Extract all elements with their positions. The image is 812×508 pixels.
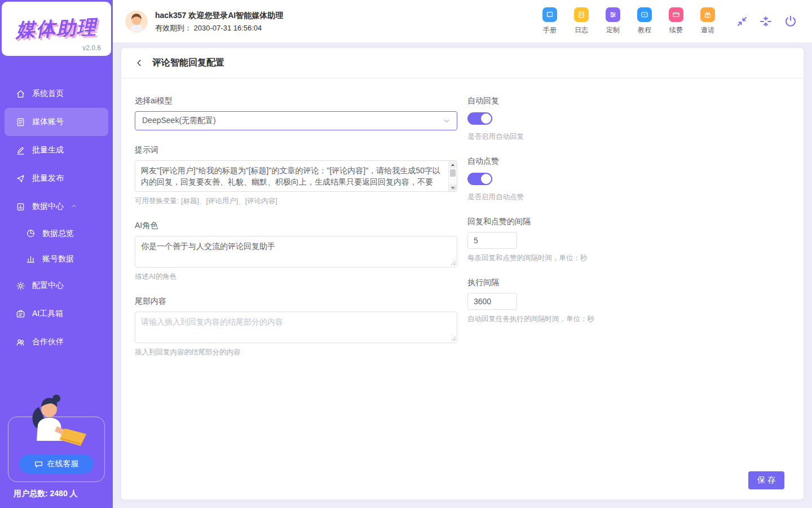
auto-like-help: 是否启用自动点赞 [467,192,710,202]
action-manual[interactable]: 手册 [542,7,557,35]
tail-group: 尾部内容 插入到回复内容的结尾部分的内容 [135,296,457,357]
send-icon [16,174,25,183]
app-logo: 媒体助理 [15,15,98,43]
auto-reply-group: 自动回复 是否启用自动回复 [467,96,710,142]
bar-chart-icon [26,254,36,264]
page-title: 评论智能回复配置 [152,57,224,69]
role-help: 描述AI的角色 [135,272,457,282]
sidebar: 媒体助理 v2.0.6 系统首页 媒体账号 批量生成 批量发布 数据中 [0,0,113,508]
partners-icon [16,338,25,347]
data-center-icon [16,202,25,212]
sidebar-item-label: 合作伙伴 [32,337,64,347]
content-area: 评论智能回复配置 选择ai模型 DeepSeek(无需配置) [113,42,812,508]
action-invite[interactable]: 邀请 [700,7,715,35]
save-button[interactable]: 保 存 [748,471,784,489]
window-controls [736,15,797,28]
play-icon [637,7,652,22]
sidebar-bottom: 在线客服 用户总数: 2480 人 [0,417,113,508]
card-header: 评论智能回复配置 [121,48,804,78]
prompt-textarea[interactable]: 网友"[评论用户]"给我的标题为"[标题]"的文章的评论："[评论内容]"，请给… [135,160,457,192]
ai-model-select[interactable]: DeepSeek(无需配置) [135,111,457,130]
auto-like-label: 自动点赞 [467,156,710,167]
sidebar-item-label: 配置中心 [32,281,64,291]
prompt-help: 可用替换变量: [标题]、[评论用户]、[评论内容] [135,196,457,206]
chevron-down-icon [443,117,450,124]
scroll-up-icon[interactable] [449,161,457,168]
power-icon[interactable] [784,15,797,28]
model-group: 选择ai模型 DeepSeek(无需配置) [135,96,457,130]
sidebar-item-data-overview[interactable]: 数据总览 [0,221,113,246]
prompt-group: 提示词 网友"[评论用户]"给我的标题为"[标题]"的文章的评论："[评论内容]… [135,145,457,206]
exec-interval-label: 执行间隔 [467,278,710,288]
sidebar-item-label: 媒体账号 [32,117,64,127]
sidebar-item-account-data[interactable]: 账号数据 [0,246,113,271]
quick-actions: 手册 日志 定制 教程 续费 [542,7,715,35]
sidebar-menu: 系统首页 媒体账号 批量生成 批量发布 数据中心 [0,80,113,356]
manual-icon [542,7,557,22]
pie-chart-icon [26,229,36,238]
welcome-text: hack357 欢迎您登录AI智能媒体助理 [155,11,283,19]
config-form: 选择ai模型 DeepSeek(无需配置) 提示词 网友"[评论用户]"给我的标… [121,78,804,372]
log-icon [574,7,589,22]
compress-icon[interactable] [736,16,748,27]
config-card: 评论智能回复配置 选择ai模型 DeepSeek(无需配置) [121,48,804,500]
sidebar-item-config-center[interactable]: 配置中心 [0,271,113,300]
interval-label: 回复和点赞的间隔 [467,217,710,227]
tail-help: 插入到回复内容的结尾部分的内容 [135,348,457,357]
exec-interval-input[interactable] [467,293,517,310]
chat-icon [34,460,43,468]
toolbox-icon [16,309,25,319]
sidebar-item-label: 数据总览 [42,229,74,239]
sidebar-item-media-accounts[interactable]: 媒体账号 [5,108,108,136]
interval-group: 回复和点赞的间隔 每条回复和点赞的间隔时间，单位：秒 [467,217,710,263]
action-tutorial[interactable]: 教程 [637,7,652,35]
sidebar-item-label: 账号数据 [42,254,74,264]
auto-like-group: 自动点赞 是否启用自动点赞 [467,156,710,202]
topbar: hack357 欢迎您登录AI智能媒体助理 有效期到： 2030-07-31 1… [113,0,812,42]
action-custom[interactable]: 定制 [606,7,620,35]
version-label: v2.0.6 [82,44,101,52]
sidebar-item-home[interactable]: 系统首页 [0,80,113,108]
sidebar-item-data-center[interactable]: 数据中心 [0,192,113,221]
sidebar-item-batch-publish[interactable]: 批量发布 [0,164,113,192]
logo-card: 媒体助理 v2.0.6 [2,2,111,56]
role-group: AI角色 你是一个善于与人交流的评论回复助手 描述AI的角色 [135,221,457,282]
back-button[interactable] [135,59,143,67]
ai-role-textarea[interactable]: 你是一个善于与人交流的评论回复助手 [135,236,457,268]
exec-interval-help: 自动回复任务执行的间隔时间，单位：秒 [467,314,710,324]
prompt-label: 提示词 [135,145,457,155]
support-illustration [12,391,102,454]
customer-service-box: 在线客服 [8,417,105,482]
home-icon [16,89,25,99]
chevron-up-icon [70,202,77,211]
sidebar-item-label: 系统首页 [32,89,64,99]
sidebar-item-label: 批量发布 [32,173,64,183]
app-root: 媒体助理 v2.0.6 系统首页 媒体账号 批量生成 批量发布 数据中 [0,0,812,508]
auto-like-toggle[interactable] [467,173,492,185]
collapse-vertical-icon[interactable] [760,16,771,27]
gift-icon [700,7,715,22]
interval-input[interactable] [467,232,517,249]
sidebar-item-batch-generate[interactable]: 批量生成 [0,136,113,164]
auto-reply-label: 自动回复 [467,96,710,106]
online-support-label: 在线客服 [47,459,79,469]
sidebar-item-partners[interactable]: 合作伙伴 [0,328,113,356]
form-right-column: 自动回复 是否启用自动回复 自动点赞 是否启用自动点赞 回复和点赞的间隔 [467,96,710,372]
chevron-left-icon [135,59,143,67]
sidebar-item-label: 批量生成 [32,145,64,155]
action-renew[interactable]: 续费 [669,7,683,35]
avatar [125,10,148,33]
form-left-column: 选择ai模型 DeepSeek(无需配置) 提示词 网友"[评论用户]"给我的标… [135,96,457,372]
ai-model-value: DeepSeek(无需配置) [142,116,216,126]
sidebar-item-ai-toolbox[interactable]: AI工具箱 [0,300,113,328]
user-total-label: 用户总数: 2480 人 [14,489,105,499]
action-log[interactable]: 日志 [574,7,589,35]
pencil-icon [16,146,25,155]
welcome-block: hack357 欢迎您登录AI智能媒体助理 有效期到： 2030-07-31 1… [155,11,283,32]
auto-reply-toggle[interactable] [467,112,492,125]
auto-reply-help: 是否启用自动回复 [467,132,710,142]
tail-content-textarea[interactable] [135,312,457,343]
online-support-button[interactable]: 在线客服 [19,454,94,474]
scrollbar-thumb[interactable] [450,169,456,177]
exec-interval-group: 执行间隔 自动回复任务执行的间隔时间，单位：秒 [467,278,710,324]
